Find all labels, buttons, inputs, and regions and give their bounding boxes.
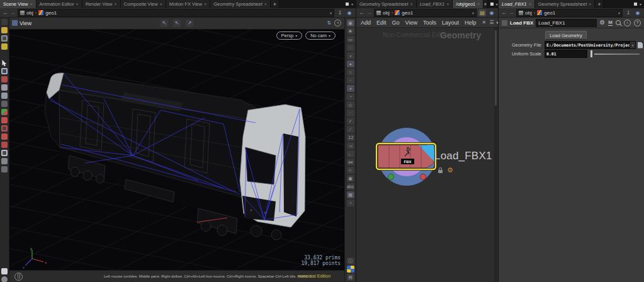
node-title-label[interactable]: Load_FBX1: [434, 150, 492, 162]
gear-icon[interactable]: ⚙: [599, 20, 605, 26]
scene-materials-icon[interactable]: ❋: [347, 28, 354, 35]
tab-obj-geo1[interactable]: /obj/geo1 ×: [453, 0, 483, 8]
flat-shade-icon[interactable]: ◇: [347, 101, 354, 108]
menu-add[interactable]: Add: [361, 20, 371, 26]
view-options-icon[interactable]: ◌: [347, 44, 354, 51]
uv-display-icon[interactable]: ⋈: [347, 159, 354, 166]
close-icon[interactable]: ×: [76, 2, 79, 6]
circle-tool-icon[interactable]: [1, 158, 8, 164]
shade-mode-icon[interactable]: ◕: [347, 85, 354, 92]
path-field[interactable]: obj › geo1 ▾: [374, 9, 477, 17]
tab-motion-fx-view[interactable]: Motion FX View ×: [166, 0, 210, 8]
note-icon[interactable]: ▤: [478, 9, 486, 16]
close-icon[interactable]: ×: [204, 2, 206, 6]
close-icon[interactable]: ×: [30, 2, 32, 6]
close-icon[interactable]: ×: [264, 2, 267, 6]
vertex-display-icon[interactable]: ⁄: [347, 126, 354, 133]
breadcrumb-node[interactable]: geo1: [45, 10, 57, 16]
pane-maximize-icon[interactable]: [634, 3, 637, 6]
snap-magnet-icon[interactable]: [1, 125, 8, 132]
joint-tool-icon[interactable]: [1, 101, 8, 107]
quickmarks-icon[interactable]: [347, 266, 354, 273]
select-arrow-icon[interactable]: [1, 60, 8, 66]
file-chooser-icon[interactable]: [638, 42, 643, 48]
points-display-icon[interactable]: ·: [347, 110, 354, 116]
rotate-tool-icon[interactable]: [1, 84, 8, 91]
menu-help[interactable]: Help: [465, 20, 477, 26]
pane-menu-icon[interactable]: ▾: [640, 2, 641, 6]
menu-edit[interactable]: Edit: [376, 20, 387, 26]
pane-menu-icon[interactable]: ▾: [351, 2, 353, 6]
light-high-icon[interactable]: ◦: [347, 77, 354, 84]
close-icon[interactable]: ×: [589, 2, 591, 6]
snap-magnet-icon[interactable]: [1, 133, 8, 140]
handles-tool-icon[interactable]: [1, 109, 8, 115]
list-icon[interactable]: ☰: [489, 20, 494, 25]
menu-tools[interactable]: Tools: [423, 20, 436, 26]
wrench-icon[interactable]: ✕: [482, 20, 486, 25]
nav-back-button[interactable]: ←: [3, 10, 8, 16]
menu-view[interactable]: View: [405, 20, 417, 26]
pose-tool-icon[interactable]: [1, 93, 8, 99]
breadcrumb-root[interactable]: obj: [525, 10, 532, 16]
close-icon[interactable]: ×: [529, 2, 531, 6]
pin-pane-icon[interactable]: ↧: [336, 9, 344, 16]
menu-layout[interactable]: Layout: [442, 20, 459, 26]
transform-mode-icon[interactable]: ↖: [173, 20, 181, 27]
geometry-file-input[interactable]: E:/Documents/PostUniversity/Projec: [545, 41, 630, 49]
headlight-icon[interactable]: ◖: [347, 52, 354, 59]
uniform-scale-slider[interactable]: [589, 50, 641, 57]
perspective-menu-button[interactable]: Persp ▾: [276, 31, 303, 40]
breadcrumb-root[interactable]: obj: [26, 10, 33, 16]
node-flag-red[interactable]: [421, 174, 426, 180]
path-dropdown-icon[interactable]: ▾: [618, 11, 620, 15]
tool-icon[interactable]: [1, 27, 8, 33]
globe-tool-icon[interactable]: [1, 276, 8, 282]
tab-load-fbx1[interactable]: Load_FBX1 ×: [417, 0, 453, 8]
tab-geometry-spreadsheet[interactable]: Geometry Spreadsheet ×: [210, 0, 271, 8]
info-icon[interactable]: ⓘ: [347, 257, 354, 264]
path-dropdown-icon[interactable]: ▾: [472, 11, 474, 15]
tab-geometry-spreadsheet[interactable]: Geometry Spreadsheet ×: [535, 0, 596, 8]
network-canvas[interactable]: Non-Commercial Edition Geometry FBX Load…: [356, 28, 498, 282]
slider-handle[interactable]: [590, 50, 592, 57]
network-scrollbar[interactable]: [494, 28, 497, 282]
close-icon[interactable]: ×: [160, 2, 162, 6]
tab-composite-view[interactable]: Composite View ×: [121, 0, 166, 8]
sort-display-icon[interactable]: ⇅: [327, 20, 331, 26]
breadcrumb-node[interactable]: geo1: [402, 10, 413, 16]
tool-icon[interactable]: [1, 43, 8, 50]
nav-forward-button[interactable]: →: [366, 10, 372, 16]
path-field[interactable]: obj › geo1 ▾: [18, 9, 334, 17]
text-display-icon[interactable]: abc: [347, 183, 354, 190]
snap-magnet-icon[interactable]: [1, 117, 8, 123]
lock-camera-icon[interactable]: ▭: [347, 36, 354, 43]
shelf-tab-icon[interactable]: [1, 19, 8, 25]
info-icon[interactable]: i: [624, 20, 631, 26]
help-icon[interactable]: ?: [334, 20, 341, 26]
menu-go[interactable]: Go: [392, 20, 400, 26]
tab-render-view[interactable]: Render View ×: [82, 0, 121, 8]
node-load-fbx1[interactable]: FBX: [374, 124, 443, 189]
radial-menu-icon[interactable]: ◉: [634, 9, 641, 16]
nav-back-button[interactable]: ←: [359, 10, 364, 16]
shadow-tool-icon[interactable]: [1, 166, 8, 172]
lock-tool-icon[interactable]: [1, 68, 8, 74]
axis-display-icon[interactable]: ⊹: [347, 167, 354, 174]
nav-forward-button[interactable]: →: [509, 10, 514, 16]
tab-load-fbx1[interactable]: Load_FBX1 ×: [499, 0, 535, 8]
pane-splitter[interactable]: [356, 0, 356, 282]
path-dropdown-icon[interactable]: ▾: [330, 11, 332, 15]
group-display-icon[interactable]: ▣: [347, 175, 354, 182]
handle-mode-icon[interactable]: ↗: [186, 20, 193, 27]
nav-back-button[interactable]: ←: [501, 10, 507, 16]
node-name-input[interactable]: Load_FBX1: [536, 19, 597, 27]
pin-pane-icon[interactable]: ↧: [624, 9, 632, 16]
pane-splitter[interactable]: [498, 0, 499, 282]
snapshot-icon[interactable]: ▤: [347, 274, 354, 281]
background-image-icon[interactable]: ▦: [347, 191, 354, 198]
point-numbers-icon[interactable]: .12: [347, 134, 354, 141]
presets-icon[interactable]: M: [608, 20, 613, 26]
breadcrumb-root[interactable]: obj: [383, 10, 390, 16]
node-flag-green[interactable]: [388, 174, 394, 180]
